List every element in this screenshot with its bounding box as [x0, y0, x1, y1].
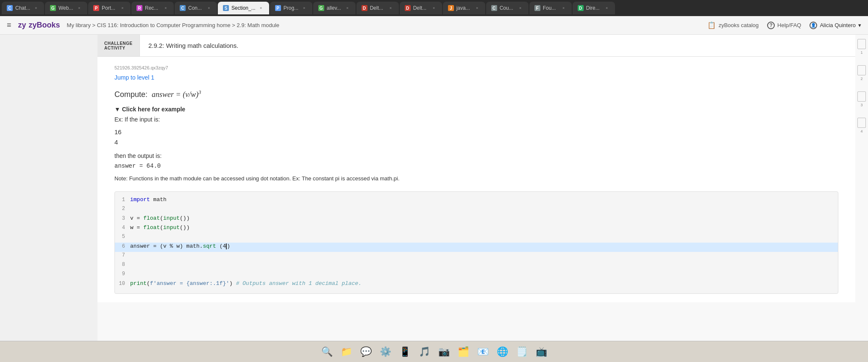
hamburger-icon[interactable]: ≡: [7, 21, 11, 30]
tab-favicon-con: C: [180, 5, 186, 11]
tab-label-con: Con...: [188, 5, 202, 11]
tab-close-cou[interactable]: ×: [517, 5, 523, 11]
tab-label-section: Section_...: [231, 5, 256, 11]
search-dock[interactable]: 🔍: [318, 343, 335, 360]
tab-port[interactable]: PPort...×: [88, 2, 131, 14]
challenge-title: 2.9.2: Writing math calculations.: [140, 35, 247, 56]
tab-label-prog: Prog...: [284, 5, 298, 11]
tab-favicon-section: S: [223, 5, 229, 11]
finder-dock[interactable]: 🗂️: [455, 343, 472, 360]
code-line-6[interactable]: 6answer = (v % w) math.sqrt (4): [115, 243, 838, 252]
tab-label-delt2: Delt...: [413, 5, 426, 11]
tab-close-java[interactable]: ×: [474, 5, 480, 11]
code-line-2[interactable]: 2: [115, 205, 838, 215]
help-button[interactable]: ? Help/FAQ: [767, 22, 801, 29]
right-marker-3[interactable]: 3: [857, 91, 866, 102]
facetime-dock[interactable]: 📱: [396, 343, 413, 360]
tab-delt1[interactable]: DDelt...×: [356, 2, 399, 14]
then-text: then the output is:: [114, 152, 838, 159]
tab-close-dire[interactable]: ×: [604, 5, 610, 11]
notes-dock[interactable]: 🗒️: [513, 343, 530, 360]
tab-fou[interactable]: FFou...×: [529, 2, 572, 14]
tab-favicon-fou: F: [534, 5, 540, 11]
tab-close-delt1[interactable]: ×: [388, 5, 394, 11]
tab-label-allev: allev...: [327, 5, 341, 11]
music-dock[interactable]: 🎵: [416, 343, 433, 360]
settings-dock[interactable]: ⚙️: [377, 343, 394, 360]
code-line-9[interactable]: 9: [115, 271, 838, 280]
tab-close-port[interactable]: ×: [120, 5, 125, 11]
formula: answer = (v/w)3: [152, 90, 201, 99]
right-marker-2[interactable]: 2: [857, 65, 866, 75]
tab-label-web: Web...: [58, 5, 73, 11]
tab-favicon-delt2: D: [405, 5, 411, 11]
logo: zyzyBooks: [18, 21, 60, 30]
tab-dire[interactable]: DDire...×: [573, 2, 615, 14]
files-dock[interactable]: 📁: [338, 343, 355, 360]
activity-id: 521926.3925426.qx3zqy7: [114, 65, 838, 70]
tab-close-delt2[interactable]: ×: [431, 5, 437, 11]
mail-dock[interactable]: 📧: [474, 343, 491, 360]
tab-close-rec[interactable]: ×: [163, 5, 169, 11]
code-line-8[interactable]: 8: [115, 261, 838, 271]
tab-close-chat[interactable]: ×: [33, 5, 39, 11]
code-line-5[interactable]: 5: [115, 233, 838, 243]
code-line-7[interactable]: 7: [115, 252, 838, 261]
tab-close-web[interactable]: ×: [76, 5, 82, 11]
jump-to-level-link[interactable]: Jump to level 1: [114, 74, 154, 81]
tab-favicon-prog: P: [275, 5, 281, 11]
tab-chat[interactable]: CChat...×: [2, 2, 44, 14]
tab-rec[interactable]: RRec...×: [131, 2, 174, 14]
code-line-1[interactable]: 1import math: [115, 196, 838, 205]
output-line: answer = 64.0: [114, 163, 838, 169]
tab-allev[interactable]: Gallev...×: [313, 2, 356, 14]
messages-dock[interactable]: 💬: [357, 343, 374, 360]
tab-favicon-chat: C: [7, 5, 13, 11]
line-content-3: v = float(input()): [130, 215, 189, 221]
line-number-5: 5: [115, 234, 130, 240]
safari-dock[interactable]: 🌐: [494, 343, 511, 360]
line-number-2: 2: [115, 206, 130, 212]
line-number-1: 1: [115, 197, 130, 203]
catalog-icon: 📋: [707, 21, 716, 29]
line-number-4: 4: [115, 225, 130, 231]
tab-favicon-cou: C: [491, 5, 497, 11]
right-marker-1[interactable]: 1: [857, 39, 866, 49]
tab-close-section[interactable]: ×: [258, 5, 264, 11]
tab-web[interactable]: GWeb...×: [45, 2, 87, 14]
tab-close-prog[interactable]: ×: [301, 5, 307, 11]
tab-con[interactable]: CCon...×: [175, 2, 217, 14]
tab-favicon-port: P: [93, 5, 99, 11]
challenge-header: CHALLENGE ACTIVITY 2.9.2: Writing math c…: [97, 35, 855, 57]
code-editor[interactable]: 1import math23v = float(input())4w = flo…: [114, 191, 838, 294]
photos-dock[interactable]: 📷: [435, 343, 452, 360]
help-icon: ?: [767, 22, 775, 29]
left-sidebar: [0, 35, 97, 341]
line-number-10: 10: [115, 281, 130, 287]
example-toggle[interactable]: ▼ Click here for example: [114, 106, 838, 113]
tab-favicon-java: J: [448, 5, 454, 11]
breadcrumb: My library > CIS 116: Introduction to Co…: [67, 22, 703, 28]
note-text: Note: Functions in the math module can b…: [114, 174, 838, 183]
tab-close-fou[interactable]: ×: [561, 5, 567, 11]
tab-delt2[interactable]: DDelt...×: [400, 2, 442, 14]
example-values: 164: [114, 127, 838, 147]
tab-close-con[interactable]: ×: [206, 5, 212, 11]
tv-dock[interactable]: 📺: [533, 343, 550, 360]
tab-section[interactable]: SSection_...×: [218, 2, 269, 14]
code-line-10[interactable]: 10print(f'answer = {answer:.1f}') # Outp…: [115, 280, 838, 289]
catalog-button[interactable]: 📋 zyBooks catalog: [707, 21, 759, 29]
line-content-10: print(f'answer = {answer:.1f}') # Output…: [130, 280, 362, 287]
user-button[interactable]: 👤 Alicia Quintero ▾: [810, 22, 861, 29]
nav-bar: ≡ zyzyBooks My library > CIS 116: Introd…: [0, 16, 868, 35]
code-line-3[interactable]: 3v = float(input()): [115, 215, 838, 224]
tab-cou[interactable]: CCou...×: [486, 2, 529, 14]
tab-close-allev[interactable]: ×: [345, 5, 351, 11]
line-number-7: 7: [115, 252, 130, 258]
code-line-4[interactable]: 4w = float(input()): [115, 224, 838, 233]
right-sidebar: 1234: [855, 35, 868, 341]
tab-prog[interactable]: PProg...×: [270, 2, 312, 14]
right-marker-4[interactable]: 4: [857, 118, 866, 128]
tab-java[interactable]: Jjava...×: [443, 2, 485, 14]
line-content-1: import math: [130, 196, 167, 203]
